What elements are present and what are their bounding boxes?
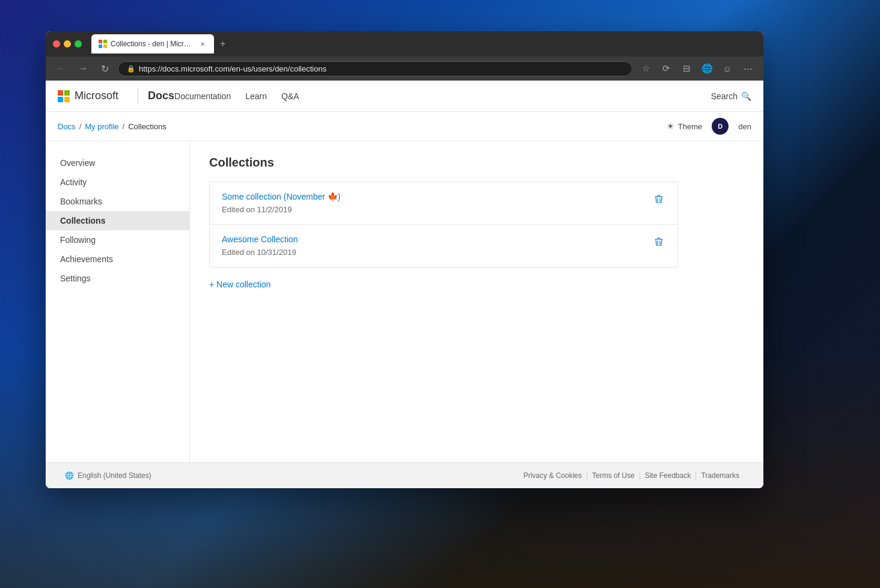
sidebar-item-overview[interactable]: Overview	[46, 153, 189, 173]
docs-label[interactable]: Docs	[148, 90, 174, 102]
ms-logo-blue	[58, 97, 63, 102]
theme-label: Theme	[678, 122, 702, 131]
favorites-button[interactable]: ⊟	[678, 60, 695, 77]
collection-item-1: Awesome Collection Edited on 10/31/2019	[210, 225, 677, 267]
bookmark-star-button[interactable]: ☆	[637, 60, 654, 77]
search-button[interactable]: Search 🔍	[711, 91, 751, 101]
sidebar-item-bookmarks[interactable]: Bookmarks	[46, 192, 189, 211]
footer-locale: 🌐 English (United States)	[65, 471, 151, 480]
svg-rect-1	[103, 40, 107, 43]
collection-date-0: Edited on 11/2/2019	[222, 205, 292, 214]
new-collection-label: + New collection	[209, 280, 270, 289]
ms-logo-red	[58, 90, 63, 96]
page-footer: 🌐 English (United States) Privacy & Cook…	[46, 462, 763, 488]
breadcrumb-sep-2: /	[123, 122, 125, 131]
sidebar: Overview Activity Bookmarks Collections …	[46, 141, 190, 462]
delete-collection-0-button[interactable]	[652, 192, 665, 208]
profile-button[interactable]: 🌐	[698, 60, 715, 77]
nav-qa[interactable]: Q&A	[281, 91, 299, 101]
minimize-button[interactable]	[64, 40, 71, 47]
locale-label: English (United States)	[78, 471, 151, 480]
refresh-button[interactable]: ↻	[96, 60, 113, 77]
address-bar: ← → ↻ 🔒 https://docs.microsoft.com/en-us…	[46, 57, 763, 81]
sidebar-item-achievements[interactable]: Achievements	[46, 250, 189, 269]
browser-window: Collections - den | Microsoft Do ✕ + ← →…	[46, 31, 763, 488]
sidebar-item-activity[interactable]: Activity	[46, 173, 189, 192]
emoji-button[interactable]: ☺	[719, 60, 736, 77]
new-tab-button[interactable]: +	[216, 39, 229, 49]
collections-list: Some collection (November 🍁) Edited on 1…	[209, 182, 678, 268]
close-button[interactable]	[53, 40, 60, 47]
breadcrumb-myprofile-link[interactable]: My profile	[85, 122, 118, 131]
header-divider	[138, 89, 138, 103]
sidebar-item-settings[interactable]: Settings	[46, 269, 189, 288]
sidebar-item-following[interactable]: Following	[46, 230, 189, 250]
tab-close-button[interactable]: ✕	[198, 40, 207, 48]
svg-rect-3	[103, 44, 107, 48]
ms-logo-green	[64, 90, 70, 96]
theme-button[interactable]: ☀ Theme	[667, 121, 702, 131]
forward-button[interactable]: →	[75, 60, 91, 77]
breadcrumb: Docs / My profile / Collections	[58, 122, 167, 131]
delete-collection-1-button[interactable]	[652, 234, 665, 251]
sidebar-item-collections[interactable]: Collections	[46, 211, 189, 230]
svg-rect-2	[99, 44, 102, 48]
maximize-button[interactable]	[75, 40, 82, 47]
main-area: Overview Activity Bookmarks Collections …	[46, 141, 763, 462]
page-title: Collections	[209, 156, 744, 170]
search-label: Search	[711, 91, 738, 101]
collection-name-1[interactable]: Awesome Collection	[222, 234, 298, 244]
url-text: https://docs.microsoft.com/en-us/users/d…	[139, 64, 326, 73]
browser-toolbar: ☆ ⟳ ⊟ 🌐 ☺ ⋯	[637, 60, 756, 77]
traffic-lights	[53, 40, 82, 47]
footer-links: Privacy & Cookies Terms of Use Site Feed…	[519, 471, 744, 480]
collection-info-1: Awesome Collection Edited on 10/31/2019	[222, 234, 298, 257]
new-collection-button[interactable]: + New collection	[209, 277, 270, 292]
microsoft-brand-text: Microsoft	[75, 90, 118, 102]
trash-icon-1	[655, 237, 663, 247]
back-button[interactable]: ←	[53, 60, 70, 77]
footer-terms-link[interactable]: Terms of Use	[587, 471, 640, 480]
breadcrumb-bar: Docs / My profile / Collections ☀ Theme …	[46, 112, 763, 141]
user-name: den	[738, 122, 751, 131]
tab-bar: Collections - den | Microsoft Do ✕ +	[91, 34, 229, 54]
ms-logo-grid	[58, 90, 70, 102]
svg-rect-0	[99, 40, 102, 43]
collection-name-0[interactable]: Some collection (November 🍁)	[222, 192, 341, 201]
breadcrumb-current: Collections	[128, 122, 167, 131]
security-lock-icon: 🔒	[127, 65, 135, 73]
user-avatar[interactable]: D	[712, 118, 729, 135]
ms-logo-yellow	[64, 97, 70, 102]
breadcrumb-sep-1: /	[79, 122, 82, 131]
search-icon: 🔍	[741, 91, 751, 101]
trash-icon-0	[655, 194, 663, 204]
collection-item-0: Some collection (November 🍁) Edited on 1…	[210, 182, 677, 225]
tab-favicon	[99, 40, 107, 48]
nav-learn[interactable]: Learn	[245, 91, 267, 101]
footer-feedback-link[interactable]: Site Feedback	[640, 471, 697, 480]
breadcrumb-docs-link[interactable]: Docs	[58, 122, 76, 131]
page-content: Microsoft Docs Documentation Learn Q&A S…	[46, 81, 763, 488]
more-options-button[interactable]: ⋯	[739, 60, 756, 77]
collection-date-1: Edited on 10/31/2019	[222, 248, 296, 257]
url-bar[interactable]: 🔒 https://docs.microsoft.com/en-us/users…	[118, 61, 632, 76]
collection-info-0: Some collection (November 🍁) Edited on 1…	[222, 192, 341, 215]
theme-sun-icon: ☀	[667, 121, 674, 131]
collections-content: Collections Some collection (November 🍁)…	[190, 141, 763, 462]
nav-documentation[interactable]: Documentation	[174, 91, 231, 101]
docs-header: Microsoft Docs Documentation Learn Q&A S…	[46, 81, 763, 112]
docs-nav: Documentation Learn Q&A	[174, 91, 711, 101]
microsoft-logo: Microsoft	[58, 90, 118, 102]
breadcrumb-right: ☀ Theme D den	[667, 118, 751, 135]
footer-trademarks-link[interactable]: Trademarks	[696, 471, 744, 480]
reload-button[interactable]: ⟳	[658, 60, 674, 77]
tab-title: Collections - den | Microsoft Do	[111, 40, 195, 48]
title-bar: Collections - den | Microsoft Do ✕ +	[46, 31, 763, 57]
footer-privacy-link[interactable]: Privacy & Cookies	[519, 471, 587, 480]
globe-icon: 🌐	[65, 471, 74, 480]
active-tab[interactable]: Collections - den | Microsoft Do ✕	[91, 34, 214, 54]
